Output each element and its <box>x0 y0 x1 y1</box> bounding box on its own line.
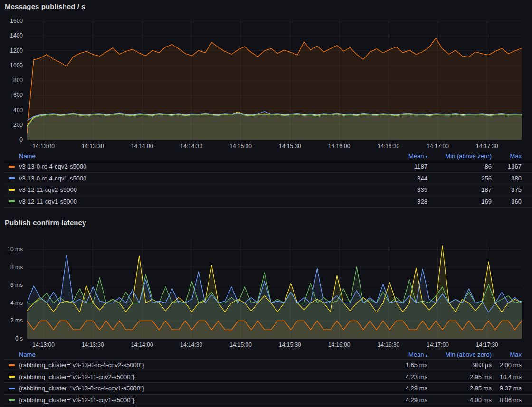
series-color-swatch[interactable] <box>9 399 15 401</box>
series-min-value: 187 <box>428 186 492 193</box>
x-axis-tick-label: 14:17:30 <box>476 341 498 348</box>
series-mean-value: 328 <box>375 198 428 205</box>
series-name[interactable]: {rabbitmq_cluster="v3-13-0-rc-4-cqv2-s50… <box>19 361 375 369</box>
y-axis-tick-label: 1200 <box>10 47 23 54</box>
series-mean-value: 4.29 ms <box>375 397 428 404</box>
legend-table-latency: Name Mean▴ Min (above zero) Max {rabbitm… <box>4 350 532 406</box>
legend-col-mean[interactable]: Mean▴ <box>375 351 428 358</box>
series-max-value: 1367 <box>492 163 522 170</box>
legend-col-max[interactable]: Max <box>492 152 522 160</box>
x-axis-tick-label: 14:16:00 <box>328 143 351 150</box>
series-name[interactable]: v3-12-11-cqv1-s5000 <box>19 198 375 205</box>
x-axis-tick-label: 14:17:00 <box>427 143 449 150</box>
series-max-value: 8.06 ms <box>492 397 522 404</box>
x-axis-tick-label: 14:13:00 <box>32 341 55 348</box>
y-axis-tick-label: 0 s <box>15 335 23 342</box>
y-axis-tick-label: 600 <box>13 92 23 98</box>
series-line-v3-13-0-rc-4-cqv1-s5000 <box>27 255 522 312</box>
x-axis-tick-label: 14:16:00 <box>328 341 351 348</box>
legend-swatch-spacer <box>9 353 15 355</box>
x-axis-tick-label: 14:15:00 <box>229 341 252 348</box>
series-max-value: 380 <box>492 175 522 182</box>
legend-row[interactable]: v3-13-0-rc-4-cqv1-s5000 344 256 380 <box>4 173 532 185</box>
y-axis-tick-label: 0 <box>19 136 23 143</box>
series-color-swatch[interactable] <box>9 364 15 366</box>
series-mean-value: 1.65 ms <box>375 361 428 369</box>
legend-row[interactable]: {rabbitmq_cluster="v3-12-11-cqv1-s5000"}… <box>4 395 532 407</box>
series-line-v3-13-0-rc-4-cqv2-s5000 <box>27 38 522 133</box>
series-fill-v3-12-11-cqv2-s5000 <box>27 112 522 140</box>
series-color-swatch[interactable] <box>9 189 15 191</box>
y-axis-tick-label: 1600 <box>10 18 23 24</box>
series-min-value: 256 <box>428 175 492 182</box>
panel-title-messages-published[interactable]: Messages published / s <box>5 2 86 10</box>
series-color-swatch[interactable] <box>9 388 15 389</box>
series-mean-value: 339 <box>375 186 428 193</box>
legend-col-min[interactable]: Min (above zero) <box>428 351 492 358</box>
series-min-value: 2.95 ms <box>428 385 492 392</box>
y-axis-tick-label: 800 <box>13 77 23 84</box>
legend-col-name[interactable]: Name <box>19 351 375 358</box>
series-name[interactable]: v3-13-0-rc-4-cqv1-s5000 <box>19 175 375 182</box>
series-fill-v3-13-0-rc-4-cqv1-s5000 <box>27 255 522 339</box>
x-axis-tick-label: 14:13:30 <box>82 341 104 348</box>
y-axis-tick-label: 2 ms <box>10 317 23 324</box>
legend-col-min[interactable]: Min (above zero) <box>428 152 492 160</box>
y-axis-tick-label: 200 <box>13 122 23 128</box>
legend-col-mean[interactable]: Mean▾ <box>375 152 428 160</box>
x-axis-tick-label: 14:15:30 <box>279 341 301 348</box>
series-mean-value: 4.29 ms <box>375 385 428 392</box>
series-min-value: 169 <box>428 198 492 205</box>
grafana-dashboard: 0200400600800100012001400160014:13:0014:… <box>0 0 532 407</box>
legend-row[interactable]: v3-13-0-rc-4-cqv2-s5000 1187 86 1367 <box>4 161 532 173</box>
x-axis-tick-label: 14:16:30 <box>378 143 400 150</box>
series-name[interactable]: v3-13-0-rc-4-cqv2-s5000 <box>19 163 375 170</box>
legend-table-messages: Name Mean▾ Min (above zero) Max v3-13-0-… <box>4 151 532 208</box>
y-axis-tick-label: 10 ms <box>7 246 23 253</box>
series-min-value: 4.00 ms <box>428 397 492 404</box>
x-axis-tick-label: 14:14:00 <box>131 143 153 150</box>
series-min-value: 983 µs <box>428 361 492 369</box>
legend-header-row: Name Mean▴ Min (above zero) Max <box>4 350 532 360</box>
series-max-value: 360 <box>492 198 522 205</box>
series-line-v3-12-11-cqv2-s5000 <box>27 112 522 125</box>
x-axis-tick-label: 14:15:30 <box>279 143 301 150</box>
series-name[interactable]: {rabbitmq_cluster="v3-12-11-cqv1-s5000"} <box>19 397 375 404</box>
legend-row[interactable]: {rabbitmq_cluster="v3-13-0-rc-4-cqv2-s50… <box>4 360 532 371</box>
legend-col-name[interactable]: Name <box>19 152 375 160</box>
x-axis-tick-label: 14:14:30 <box>180 341 202 348</box>
series-name[interactable]: {rabbitmq_cluster="v3-13-0-rc-4-cqv1-s50… <box>19 385 375 392</box>
series-color-swatch[interactable] <box>9 166 15 168</box>
x-axis-tick-label: 14:17:00 <box>427 341 449 348</box>
legend-row[interactable]: {rabbitmq_cluster="v3-13-0-rc-4-cqv1-s50… <box>4 383 532 395</box>
series-max-value: 2.00 ms <box>492 361 522 369</box>
legend-header-row: Name Mean▾ Min (above zero) Max <box>4 151 532 161</box>
legend-swatch-spacer <box>9 155 15 157</box>
y-axis-tick-label: 1000 <box>10 62 23 69</box>
series-color-swatch[interactable] <box>9 376 15 378</box>
legend-row[interactable]: v3-12-11-cqv1-s5000 328 169 360 <box>4 196 532 208</box>
series-color-swatch[interactable] <box>9 200 15 202</box>
y-axis-tick-label: 4 ms <box>10 300 23 306</box>
series-max-value: 9.37 ms <box>492 385 522 392</box>
series-fill-v3-12-11-cqv1-s5000 <box>27 267 522 339</box>
legend-col-max[interactable]: Max <box>492 351 522 358</box>
series-min-value: 2.95 ms <box>428 373 492 380</box>
series-line-v3-13-0-rc-4-cqv1-s5000 <box>27 112 522 121</box>
series-name[interactable]: {rabbitmq_cluster="v3-12-11-cqv2-s5000"} <box>19 373 375 380</box>
panel-title-publish-confirm-latency[interactable]: Publish confirm latency <box>5 218 86 227</box>
x-axis-tick-label: 14:13:30 <box>82 143 104 150</box>
x-axis-tick-label: 14:14:00 <box>131 341 153 348</box>
series-name[interactable]: v3-12-11-cqv2-s5000 <box>19 186 375 193</box>
series-mean-value: 1187 <box>375 163 428 170</box>
x-axis-tick-label: 14:15:00 <box>229 143 252 150</box>
series-line-v3-13-0-rc-4-cqv2-s5000 <box>27 321 522 330</box>
legend-row[interactable]: v3-12-11-cqv2-s5000 339 187 375 <box>4 184 532 196</box>
series-color-swatch[interactable] <box>9 177 15 179</box>
series-fill-v3-13-0-rc-4-cqv2-s5000 <box>27 321 522 339</box>
legend-row[interactable]: {rabbitmq_cluster="v3-12-11-cqv2-s5000"}… <box>4 371 532 383</box>
series-fill-v3-13-0-rc-4-cqv2-s5000 <box>27 38 522 140</box>
series-line-v3-12-11-cqv1-s5000 <box>27 113 522 127</box>
series-max-value: 10.4 ms <box>492 373 522 380</box>
y-axis-tick-label: 1400 <box>10 32 23 39</box>
